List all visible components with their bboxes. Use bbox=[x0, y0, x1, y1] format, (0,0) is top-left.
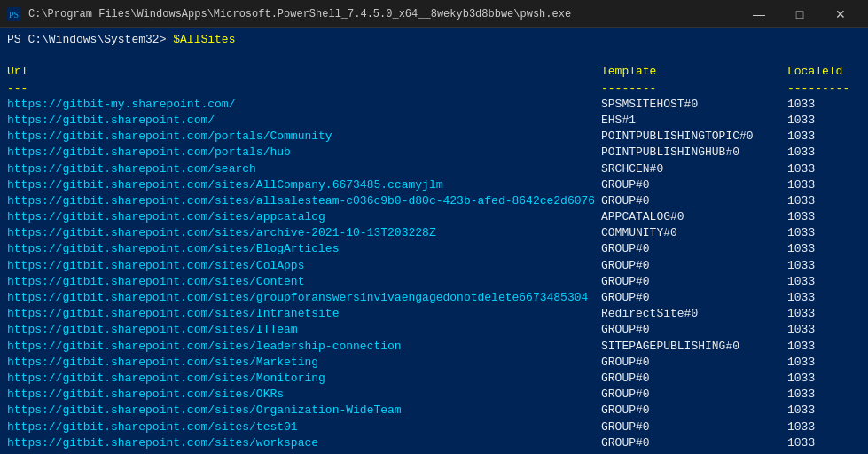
cell-url: https://gitbit.sharepoint.com/sites/appc… bbox=[7, 209, 601, 225]
table-row: https://gitbit.sharepoint.com/ EHS#1 103… bbox=[7, 113, 861, 129]
cell-url: https://gitbit.sharepoint.com/sites/Blog… bbox=[7, 241, 601, 257]
cell-template: SRCHCEN#0 bbox=[601, 161, 787, 177]
cell-url: https://gitbit.sharepoint.com/sites/ColA… bbox=[7, 258, 601, 274]
table-header: Url Template LocaleId bbox=[7, 64, 861, 80]
table-row: https://gitbit.sharepoint.com/portals/Co… bbox=[7, 129, 861, 145]
cell-locale: 1033 bbox=[787, 161, 815, 177]
table-row: https://gitbit.sharepoint.com/sites/test… bbox=[7, 419, 861, 435]
powershell-window: PS C:\Program Files\WindowsApps\Microsof… bbox=[0, 0, 868, 454]
table-row: https://gitbit.sharepoint.com/sites/Moni… bbox=[7, 371, 861, 387]
cell-locale: 1033 bbox=[787, 129, 815, 145]
cell-locale: 1033 bbox=[787, 177, 815, 193]
terminal-content[interactable]: PS C:\Windows\System32> $AllSites Url Te… bbox=[0, 28, 868, 454]
cell-template: GROUP#0 bbox=[601, 419, 787, 435]
cell-locale: 1033 bbox=[787, 97, 815, 113]
cell-template: GROUP#0 bbox=[601, 177, 787, 193]
cell-locale: 1033 bbox=[787, 339, 815, 355]
div-template: -------- bbox=[601, 81, 787, 97]
table-row: https://gitbit.sharepoint.com/sites/ColA… bbox=[7, 258, 861, 274]
cell-template: EHS#1 bbox=[601, 113, 787, 129]
maximize-button[interactable]: □ bbox=[779, 0, 820, 28]
div-url: --- bbox=[7, 81, 601, 97]
cell-url: https://gitbit.sharepoint.com/sites/Intr… bbox=[7, 306, 601, 322]
minimize-button[interactable]: — bbox=[739, 0, 779, 28]
table-row: https://gitbit.sharepoint.com/sites/appc… bbox=[7, 209, 861, 225]
cell-url: https://gitbit.sharepoint.com/portals/hu… bbox=[7, 145, 601, 160]
cell-url: https://gitbit.sharepoint.com/ bbox=[7, 113, 601, 129]
cell-locale: 1033 bbox=[787, 306, 815, 322]
cell-url: https://gitbit.sharepoint.com/sites/alls… bbox=[7, 193, 601, 209]
cell-locale: 1033 bbox=[787, 403, 815, 419]
table-row: https://gitbit.sharepoint.com/sites/grou… bbox=[7, 290, 861, 306]
cell-template: SITEPAGEPUBLISHING#0 bbox=[601, 339, 787, 355]
table-row: https://gitbit.sharepoint.com/search SRC… bbox=[7, 161, 861, 177]
cell-url: https://gitbit.sharepoint.com/sites/arch… bbox=[7, 225, 601, 241]
table-row: https://gitbit.sharepoint.com/sites/Orga… bbox=[7, 403, 861, 419]
command-text-1: $AllSites bbox=[173, 32, 235, 48]
window-title: C:\Program Files\WindowsApps\Microsoft.P… bbox=[28, 8, 739, 20]
cell-locale: 1033 bbox=[787, 322, 815, 338]
table-row: https://gitbit.sharepoint.com/sites/lead… bbox=[7, 339, 861, 355]
cell-locale: 1033 bbox=[787, 225, 815, 241]
cell-url: https://gitbit.sharepoint.com/search bbox=[7, 161, 601, 177]
table-row: https://gitbit.sharepoint.com/sites/work… bbox=[7, 435, 861, 451]
table-row: https://gitbit.sharepoint.com/sites/Intr… bbox=[7, 306, 861, 322]
header-locale: LocaleId bbox=[787, 64, 842, 80]
cell-url: https://gitbit.sharepoint.com/sites/Moni… bbox=[7, 371, 601, 387]
app-icon: PS bbox=[7, 7, 21, 21]
div-locale: --------- bbox=[787, 81, 849, 97]
divider-row: --- -------- --------- bbox=[7, 81, 861, 97]
cell-template: COMMUNITY#0 bbox=[601, 225, 787, 241]
cell-url: https://gitbit.sharepoint.com/sites/test… bbox=[7, 419, 601, 435]
header-template: Template bbox=[601, 64, 787, 80]
cell-url: https://gitbit.sharepoint.com/sites/ITTe… bbox=[7, 322, 601, 338]
cell-template: GROUP#0 bbox=[601, 241, 787, 257]
cell-locale: 1033 bbox=[787, 419, 815, 435]
cell-template: APPCATALOG#0 bbox=[601, 209, 787, 225]
cell-template: GROUP#0 bbox=[601, 193, 787, 209]
cell-locale: 1033 bbox=[787, 355, 815, 371]
table-row: https://gitbit.sharepoint.com/sites/Cont… bbox=[7, 274, 861, 290]
cell-url: https://gitbit.sharepoint.com/sites/AllC… bbox=[7, 177, 601, 193]
prompt-line-1: PS C:\Windows\System32> $AllSites bbox=[7, 32, 861, 48]
cell-template: GROUP#0 bbox=[601, 274, 787, 290]
cell-url: https://gitbit.sharepoint.com/sites/lead… bbox=[7, 339, 601, 355]
cell-url: https://gitbit.sharepoint.com/sites/OKRs bbox=[7, 387, 601, 403]
table-row: https://gitbit.sharepoint.com/sites/ITTe… bbox=[7, 322, 861, 338]
close-button[interactable]: ✕ bbox=[820, 0, 861, 28]
cell-locale: 1033 bbox=[787, 258, 815, 274]
cell-template: SPSMSITEHOST#0 bbox=[601, 97, 787, 113]
table-row: https://gitbit.sharepoint.com/sites/arch… bbox=[7, 225, 861, 241]
window-controls: — □ ✕ bbox=[739, 0, 861, 28]
table-row: https://gitbit-my.sharepoint.com/ SPSMSI… bbox=[7, 97, 861, 113]
cell-template: POINTPUBLISHINGHUB#0 bbox=[601, 145, 787, 160]
cell-url: https://gitbit.sharepoint.com/sites/Orga… bbox=[7, 403, 601, 419]
cell-template: GROUP#0 bbox=[601, 322, 787, 338]
cell-template: GROUP#0 bbox=[601, 403, 787, 419]
table-row: https://gitbit.sharepoint.com/sites/AllC… bbox=[7, 177, 861, 193]
table-row: https://gitbit.sharepoint.com/portals/hu… bbox=[7, 145, 861, 160]
cell-locale: 1033 bbox=[787, 290, 815, 306]
svg-text:PS: PS bbox=[9, 10, 19, 20]
cell-template: RedirectSite#0 bbox=[601, 306, 787, 322]
cell-locale: 1033 bbox=[787, 113, 815, 129]
table-row: https://gitbit.sharepoint.com/sites/Blog… bbox=[7, 241, 861, 257]
cell-locale: 1033 bbox=[787, 209, 815, 225]
cell-locale: 1033 bbox=[787, 371, 815, 387]
cell-template: POINTPUBLISHINGTOPIC#0 bbox=[601, 129, 787, 145]
titlebar: PS C:\Program Files\WindowsApps\Microsof… bbox=[0, 0, 868, 28]
cell-url: https://gitbit.sharepoint.com/sites/grou… bbox=[7, 290, 601, 306]
cell-template: GROUP#0 bbox=[601, 258, 787, 274]
cell-locale: 1033 bbox=[787, 435, 815, 451]
cell-template: GROUP#0 bbox=[601, 355, 787, 371]
cell-locale: 1033 bbox=[787, 145, 815, 160]
table-row: https://gitbit.sharepoint.com/sites/alls… bbox=[7, 193, 861, 209]
cell-url: https://gitbit.sharepoint.com/sites/Cont… bbox=[7, 274, 601, 290]
table-row: https://gitbit.sharepoint.com/sites/OKRs… bbox=[7, 387, 861, 403]
cell-template: GROUP#0 bbox=[601, 387, 787, 403]
cell-locale: 1033 bbox=[787, 193, 815, 209]
blank-line-1 bbox=[7, 48, 861, 64]
cell-locale: 1033 bbox=[787, 241, 815, 257]
cell-url: https://gitbit.sharepoint.com/portals/Co… bbox=[7, 129, 601, 145]
prompt-text-1: PS C:\Windows\System32> bbox=[7, 32, 173, 48]
